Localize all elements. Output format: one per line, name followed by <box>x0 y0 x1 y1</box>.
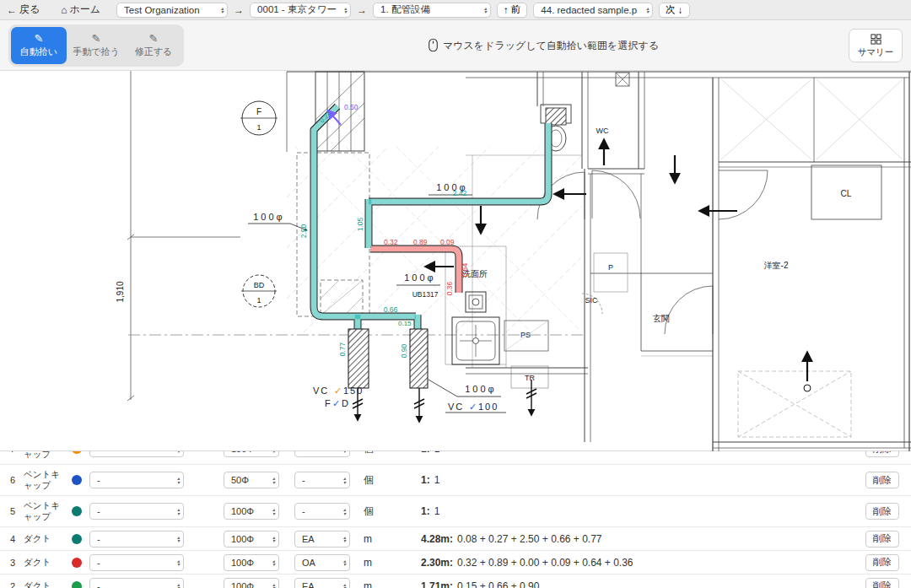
previous-page-button[interactable]: ↑ 前 <box>497 3 527 18</box>
select-value: - <box>302 506 305 516</box>
row-type-select[interactable]: OA▴▾ <box>294 554 350 571</box>
room-label-entrance: 玄関 <box>653 314 670 323</box>
measurement-label: 0.66 <box>384 305 398 314</box>
vc100-check-icon: ✓ <box>469 402 477 412</box>
pipe-label-leaders <box>248 195 506 413</box>
row-unit: 個 <box>364 504 394 519</box>
grid-bubble-f-number: 1 <box>256 123 261 132</box>
room-label-tr: TR <box>525 374 535 382</box>
chevron-updown-icon: ▴▾ <box>177 582 180 588</box>
table-row: 4 ダクト -▴▾ 100Φ▴▾ EA▴▾ m 4.28m:0.08 + 0.2… <box>0 527 911 551</box>
row-item-name: ベントキャップ <box>19 469 64 491</box>
back-button[interactable]: ← 戻る <box>7 3 40 17</box>
row-size-select[interactable]: 50Φ▴▾ <box>224 472 279 488</box>
auto-pick-button[interactable]: ✎ 自動拾い <box>11 27 67 64</box>
row-number: 5 <box>7 506 19 516</box>
select-value: 100Φ <box>231 581 254 588</box>
previous-label: 前 <box>511 3 521 16</box>
row-size-select[interactable]: 100Φ▴▾ <box>224 578 279 588</box>
chevron-updown-icon: ▴▾ <box>272 558 275 566</box>
delete-button[interactable]: 削除 <box>865 503 899 520</box>
select-value: - <box>97 534 100 544</box>
row-type-select[interactable]: -▴▾ <box>294 472 350 488</box>
delete-button[interactable]: 削除 <box>865 554 899 571</box>
row-size-select[interactable]: 100Φ▴▾ <box>224 531 279 548</box>
fd-check-icon: ✓ <box>332 398 340 408</box>
page-select[interactable]: 44. redacted sample.p ▴▾ <box>533 3 653 18</box>
summary-button[interactable]: サマリー <box>849 29 903 62</box>
row-item-name: ベントキャップ <box>19 500 64 522</box>
select-value: 50Φ <box>231 475 249 485</box>
down-arrow-icon: ↓ <box>678 5 683 15</box>
room-label-p: P <box>608 263 613 272</box>
measurement-label: 0.36 <box>445 281 454 295</box>
organization-select[interactable]: Test Organization ▴▾ <box>116 3 228 18</box>
correct-label: 修正する <box>135 46 173 58</box>
project-select[interactable]: 0001 - 東京タワー ▴▾ <box>250 3 351 18</box>
ceiling-grid <box>287 147 582 332</box>
vc150-prefix: VC <box>313 386 329 396</box>
row-type-select[interactable]: -▴▾ <box>294 503 350 520</box>
drawing-canvas[interactable]: 1,910 <box>0 71 911 451</box>
row-attribute-select[interactable]: -▴▾ <box>89 503 184 520</box>
table-row: 5 ベントキャップ -▴▾ 100Φ▴▾ -▴▾ 個 1:1 削除 <box>0 496 911 527</box>
row-attribute-select[interactable]: -▴▾ <box>89 472 184 488</box>
table-row: 6 ベントキャップ -▴▾ 50Φ▴▾ -▴▾ 個 1:1 削除 <box>0 465 911 496</box>
row-quantity: 1.71m:0.15 + 0.66 + 0.90 <box>421 580 865 588</box>
row-breakdown: 1 <box>434 505 440 517</box>
back-label: 戻る <box>19 3 40 17</box>
manual-pick-button[interactable]: ✎ 手動で拾う <box>68 27 124 64</box>
row-size-select[interactable]: 100Φ▴▾ <box>224 554 279 571</box>
measurement-label: 2.42 <box>453 189 467 197</box>
row-type-select[interactable]: -▴▾ <box>294 451 350 457</box>
delete-button[interactable]: 削除 <box>865 451 899 457</box>
row-type-select[interactable]: EA▴▾ <box>294 578 350 588</box>
delete-button[interactable]: 削除 <box>865 472 899 488</box>
row-total: 1.71m: <box>421 580 453 588</box>
row-unit: m <box>364 533 394 545</box>
select-value: 150Φ <box>231 451 254 454</box>
chevron-updown-icon: ▴▾ <box>177 477 180 484</box>
pipe-dia-label: 100φ <box>404 272 436 283</box>
select-value: EA <box>302 534 315 544</box>
unit-bath-label: UB1317 <box>412 290 439 299</box>
select-value: - <box>97 581 100 588</box>
toolbar: ✎ 自動拾い ✎ 手動で拾う ✎ 修正する マウスをドラッグして自動拾い範囲を選… <box>0 20 911 71</box>
chevron-updown-icon: ▴▾ <box>177 451 180 453</box>
grid-bubble-bd-number: 1 <box>256 296 261 305</box>
room-label-closet: CL <box>841 189 852 198</box>
row-item-name: ダクト <box>19 557 64 568</box>
row-total: 1: <box>421 505 430 517</box>
measurement-label: 0.77 <box>338 342 347 356</box>
row-quantity: 1:1 <box>421 505 865 517</box>
table-row: 7 ベントキャップ -▴▾ 150Φ▴▾ -▴▾ 個 1:1 削除 <box>0 451 911 465</box>
row-type-select[interactable]: EA▴▾ <box>294 531 350 548</box>
chevron-updown-icon: ▴▾ <box>272 535 275 542</box>
measurement-label: 0.89 <box>413 238 428 246</box>
home-button[interactable]: ⌂ ホーム <box>61 3 100 17</box>
correct-button[interactable]: ✎ 修正する <box>126 27 181 64</box>
select-value: OA <box>302 558 315 568</box>
pipe-dia-label: 100φ <box>465 384 497 394</box>
room-label-sic: SIC <box>585 296 598 305</box>
row-attribute-select[interactable]: -▴▾ <box>89 578 184 588</box>
chevron-updown-icon: ▴▾ <box>221 6 224 13</box>
grid-bubble-f-letter: F <box>256 107 261 116</box>
auto-pick-label: 自動拾い <box>20 46 57 58</box>
row-attribute-select[interactable]: -▴▾ <box>89 451 184 457</box>
next-page-button[interactable]: 次 ↓ <box>659 3 689 18</box>
row-breakdown: 0.08 + 0.27 + 2.50 + 0.66 + 0.77 <box>457 533 601 545</box>
row-attribute-select[interactable]: -▴▾ <box>89 531 184 548</box>
delete-button[interactable]: 削除 <box>865 578 899 588</box>
row-color-dot <box>72 451 82 454</box>
chevron-updown-icon: ▴▾ <box>272 477 275 484</box>
room-label-wc: WC <box>596 127 609 135</box>
row-attribute-select[interactable]: -▴▾ <box>89 554 184 571</box>
delete-button[interactable]: 削除 <box>865 531 899 548</box>
measurement-label: 0.90 <box>400 343 408 358</box>
row-size-select[interactable]: 150Φ▴▾ <box>224 451 279 457</box>
row-breakdown: 0.32 + 0.89 + 0.00 + 0.09 + 0.64 + 0.36 <box>457 557 633 569</box>
category-select[interactable]: 1. 配管設備 ▴▾ <box>373 3 491 18</box>
row-size-select[interactable]: 100Φ▴▾ <box>224 503 279 520</box>
chevron-updown-icon: ▴▾ <box>177 558 180 566</box>
